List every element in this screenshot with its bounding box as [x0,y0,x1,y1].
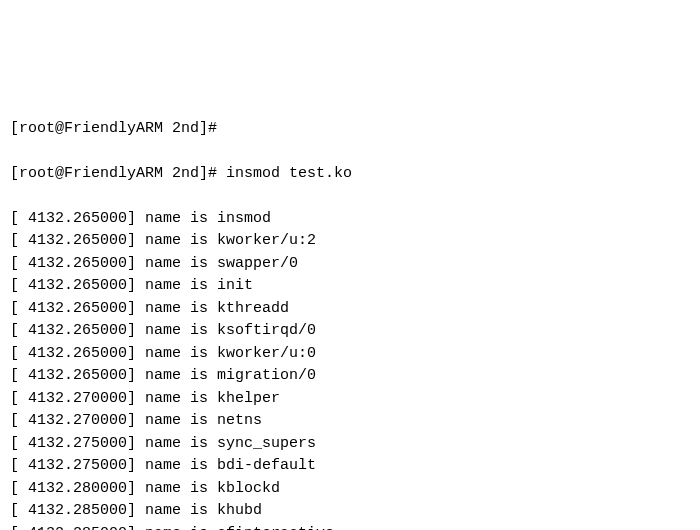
log-process-name: bdi-default [217,457,316,474]
log-process-name: cfinteractive [217,525,334,531]
log-prefix: name is [145,232,208,249]
log-process-name: insmod [217,210,271,227]
command-input[interactable] [226,163,690,186]
log-process-name: swapper/0 [217,255,298,272]
log-prefix: name is [145,277,208,294]
log-prefix: name is [145,457,208,474]
kernel-log-line: [ 4132.275000] name is sync_supers [10,433,690,456]
log-prefix: name is [145,390,208,407]
log-process-name: netns [217,412,262,429]
log-process-name: khelper [217,390,280,407]
kernel-log-line: [ 4132.265000] name is kworker/u:0 [10,343,690,366]
log-process-name: sync_supers [217,435,316,452]
log-timestamp: 4132.265000 [28,345,127,362]
kernel-log-line: [ 4132.265000] name is kworker/u:2 [10,230,690,253]
log-timestamp: 4132.265000 [28,210,127,227]
log-process-name: ksoftirqd/0 [217,322,316,339]
log-process-name: khubd [217,502,262,519]
shell-prompt: [root@FriendlyARM 2nd]# [10,163,226,186]
prompt-line-empty: [root@FriendlyARM 2nd]# [10,118,690,141]
kernel-log-line: [ 4132.265000] name is migration/0 [10,365,690,388]
kernel-log-line: [ 4132.285000] name is cfinteractive [10,523,690,531]
log-timestamp: 4132.270000 [28,390,127,407]
log-timestamp: 4132.285000 [28,502,127,519]
log-process-name: kworker/u:0 [217,345,316,362]
log-timestamp: 4132.270000 [28,412,127,429]
kernel-log-line: [ 4132.265000] name is swapper/0 [10,253,690,276]
log-prefix: name is [145,255,208,272]
log-timestamp: 4132.265000 [28,322,127,339]
log-prefix: name is [145,210,208,227]
log-timestamp: 4132.265000 [28,277,127,294]
log-process-name: kblockd [217,480,280,497]
prompt-line-command: [root@FriendlyARM 2nd]# [10,163,690,186]
kernel-log-line: [ 4132.265000] name is insmod [10,208,690,231]
log-process-name: kthreadd [217,300,289,317]
kernel-log-line: [ 4132.285000] name is khubd [10,500,690,523]
log-prefix: name is [145,367,208,384]
log-prefix: name is [145,345,208,362]
log-timestamp: 4132.285000 [28,525,127,531]
kernel-log-line: [ 4132.270000] name is netns [10,410,690,433]
kernel-log-line: [ 4132.265000] name is ksoftirqd/0 [10,320,690,343]
log-prefix: name is [145,480,208,497]
kernel-log-block: [ 4132.265000] name is insmod[ 4132.2650… [10,208,690,531]
kernel-log-line: [ 4132.280000] name is kblockd [10,478,690,501]
log-prefix: name is [145,300,208,317]
kernel-log-line: [ 4132.275000] name is bdi-default [10,455,690,478]
log-prefix: name is [145,412,208,429]
terminal-output: [root@FriendlyARM 2nd]# [root@FriendlyAR… [10,95,690,530]
kernel-log-line: [ 4132.265000] name is init [10,275,690,298]
log-prefix: name is [145,502,208,519]
log-timestamp: 4132.265000 [28,232,127,249]
log-prefix: name is [145,435,208,452]
log-prefix: name is [145,525,208,531]
log-timestamp: 4132.265000 [28,367,127,384]
log-timestamp: 4132.275000 [28,457,127,474]
log-timestamp: 4132.275000 [28,435,127,452]
log-process-name: kworker/u:2 [217,232,316,249]
log-timestamp: 4132.265000 [28,300,127,317]
log-process-name: init [217,277,253,294]
kernel-log-line: [ 4132.265000] name is kthreadd [10,298,690,321]
log-prefix: name is [145,322,208,339]
log-timestamp: 4132.280000 [28,480,127,497]
kernel-log-line: [ 4132.270000] name is khelper [10,388,690,411]
log-process-name: migration/0 [217,367,316,384]
log-timestamp: 4132.265000 [28,255,127,272]
